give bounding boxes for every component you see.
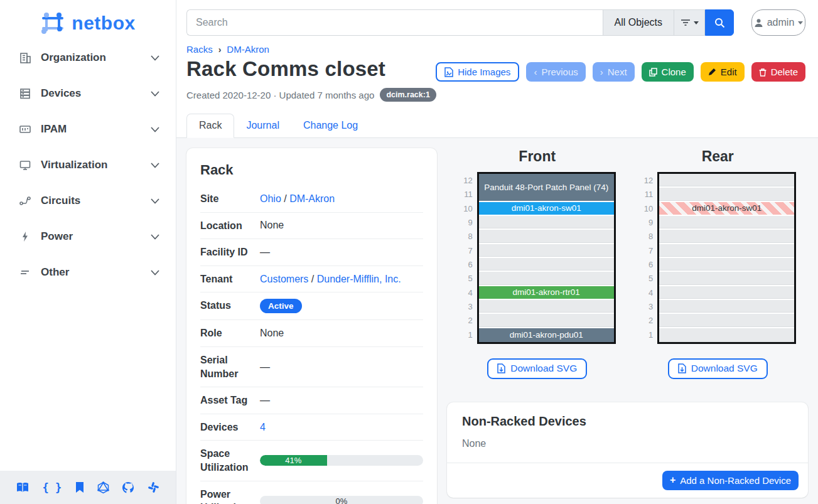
unit-number: 5 [639, 272, 653, 286]
previous-label: Previous [541, 67, 578, 77]
previous-button[interactable]: ‹ Previous [526, 62, 585, 82]
row-label: Facility ID [200, 239, 260, 266]
table-row: Site Ohio / DM-Akron [200, 186, 423, 212]
unit-number: 10 [639, 202, 653, 216]
row-label: Tenant [200, 265, 260, 292]
slack-icon[interactable] [148, 481, 159, 493]
add-non-racked-device-button[interactable]: + Add a Non-Racked Device [662, 471, 799, 490]
front-download-svg-button[interactable]: Download SVG [487, 358, 587, 379]
filter-dropdown-button[interactable] [674, 9, 705, 36]
link-separator: / [284, 193, 286, 204]
hide-images-button[interactable]: Hide Images [436, 62, 519, 82]
file-download-icon [497, 363, 505, 373]
rear-download-svg-button[interactable]: Download SVG [668, 358, 768, 379]
rack-info-card: Rack Site Ohio / DM-Akron Location None [186, 148, 437, 504]
trash-icon [759, 68, 767, 77]
breadcrumb-racks-link[interactable]: Racks [186, 44, 213, 55]
object-type-filter-button[interactable]: All Objects [603, 9, 674, 36]
edit-label: Edit [721, 67, 737, 77]
bookmark-icon[interactable] [75, 481, 85, 493]
search-input[interactable] [186, 9, 603, 36]
site-group-link[interactable]: Ohio [260, 193, 281, 204]
site-link[interactable]: DM-Akron [289, 193, 335, 204]
person-icon [754, 18, 763, 28]
sidebar-item-label: Virtualization [41, 159, 107, 171]
object-type-filter-label: All Objects [615, 17, 662, 28]
tab-rack[interactable]: Rack [186, 114, 234, 138]
unit-number: 5 [459, 272, 473, 286]
row-label: Power Utilization [200, 481, 260, 504]
topbar: All Objects admin [176, 0, 818, 36]
sidebar-item-organization[interactable]: Organization [19, 45, 159, 70]
graphql-icon[interactable] [97, 481, 109, 494]
power-utilization-label: 0% [260, 496, 423, 504]
device-count-link[interactable]: 4 [260, 422, 266, 432]
clone-button[interactable]: Clone [642, 62, 694, 82]
tenant-link[interactable]: Dunder-Mifflin, Inc. [317, 274, 401, 284]
rack-empty-unit [479, 216, 614, 230]
rack-empty-unit [659, 328, 794, 342]
table-row: Tenant Customers / Dunder-Mifflin, Inc. [200, 265, 423, 292]
hide-images-label: Hide Images [458, 67, 510, 77]
unit-number: 11 [639, 188, 653, 201]
breadcrumb: Racks › DM-Akron [186, 44, 805, 55]
table-row: Devices 4 [200, 414, 423, 441]
non-racked-devices-title: Non-Racked Devices [447, 402, 808, 429]
code-braces-icon[interactable]: { } [43, 481, 62, 494]
tab-change-log[interactable]: Change Log [291, 114, 370, 137]
row-label: Site [200, 186, 260, 212]
front-rack-diagram: Panduit 48-Port Patch Panel (74)dmi01-ak… [477, 172, 616, 344]
sidebar-item-devices[interactable]: Devices [19, 81, 159, 106]
rack-device[interactable]: dmi01-akron-sw01 [659, 202, 794, 216]
netbox-logo-icon [40, 11, 67, 35]
row-label: Asset Tag [200, 387, 260, 414]
sidebar-item-other[interactable]: Other [19, 260, 159, 285]
sidebar-item-power[interactable]: Power [19, 224, 159, 249]
rack-card-title: Rack [200, 162, 423, 178]
unit-number: 2 [639, 314, 653, 328]
rack-empty-unit [659, 314, 794, 328]
role-value: None [260, 320, 423, 347]
search-submit-button[interactable] [705, 9, 734, 36]
rack-empty-unit [659, 230, 794, 244]
sidebar-item-label: IPAM [41, 123, 67, 136]
edit-button[interactable]: Edit [701, 62, 745, 82]
sidebar-item-ipam[interactable]: IPAM [19, 117, 159, 142]
rack-device[interactable]: dmi01-akron-pdu01 [479, 328, 614, 342]
github-icon[interactable] [122, 481, 134, 494]
delete-button[interactable]: Delete [751, 62, 805, 82]
location-value: None [260, 212, 423, 239]
pencil-icon [708, 68, 716, 76]
action-buttons: Hide Images ‹ Previous › Next Clo [436, 62, 805, 82]
tab-journal[interactable]: Journal [234, 114, 291, 137]
book-icon[interactable] [16, 482, 30, 493]
rack-empty-unit [479, 258, 614, 272]
unit-number: 6 [459, 258, 473, 272]
counter-icon [19, 123, 31, 136]
unit-number: 12 [639, 174, 653, 188]
tenant-group-link[interactable]: Customers [260, 274, 308, 284]
user-menu-button[interactable]: admin [751, 9, 805, 36]
rack-device[interactable]: dmi01-akron-sw01 [479, 202, 614, 216]
asset-tag-value: — [260, 387, 423, 414]
plus-icon: + [670, 475, 675, 486]
table-row: Facility ID — [200, 239, 423, 266]
rack-device[interactable]: dmi01-akron-rtr01 [479, 286, 614, 300]
breadcrumb-site-link[interactable]: DM-Akron [227, 44, 269, 55]
front-unit-numbers: 121110987654321 [459, 172, 477, 344]
unit-number: 8 [639, 230, 653, 244]
rack-empty-unit [659, 258, 794, 272]
sidebar-item-circuits[interactable]: Circuits [19, 188, 159, 213]
rack-device[interactable]: Panduit 48-Port Patch Panel (74) [479, 174, 614, 202]
table-row: Space Utilization 41% [200, 441, 423, 481]
sidebar-item-virtualization[interactable]: Virtualization [19, 153, 159, 178]
rack-empty-unit [479, 300, 614, 314]
caret-down-icon [694, 21, 699, 24]
search-bar: All Objects [186, 9, 734, 36]
unit-number: 6 [639, 258, 653, 272]
rear-elevation-title: Rear [702, 148, 734, 165]
netbox-logo[interactable]: netbox [0, 0, 176, 41]
search-icon [714, 18, 725, 28]
next-button[interactable]: › Next [593, 62, 635, 82]
front-elevation-title: Front [519, 148, 556, 165]
